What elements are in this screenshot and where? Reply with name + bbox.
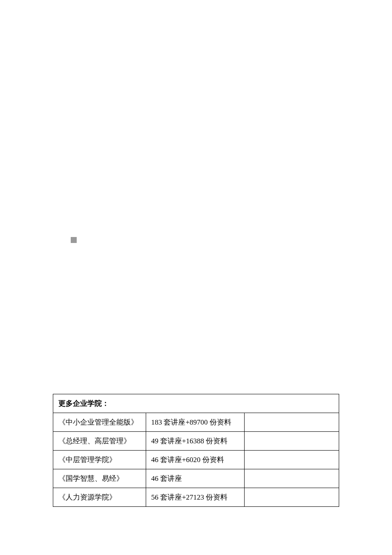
course-name-cell: 《中小企业管理全能版》 (53, 413, 146, 432)
course-detail-cell: 183 套讲座+89700 份资料 (146, 413, 245, 432)
square-bullet-icon (71, 237, 77, 243)
course-name-cell: 《人力资源学院》 (53, 488, 146, 507)
table-row: 《国学智慧、易经》 46 套讲座 (53, 469, 339, 488)
course-detail-cell: 46 套讲座+6020 份资料 (146, 451, 245, 469)
course-detail-cell: 49 套讲座+16388 份资料 (146, 432, 245, 451)
course-name-cell: 《总经理、高层管理》 (53, 432, 146, 451)
table-row: 《中小企业管理全能版》 183 套讲座+89700 份资料 (53, 413, 339, 432)
course-extra-cell (245, 469, 339, 488)
table-header-cell: 更多企业学院： (53, 394, 339, 413)
course-name-cell: 《中层管理学院》 (53, 451, 146, 469)
course-table-container: 更多企业学院： 《中小企业管理全能版》 183 套讲座+89700 份资料 《总… (53, 394, 339, 507)
table-row: 《人力资源学院》 56 套讲座+27123 份资料 (53, 488, 339, 507)
course-extra-cell (245, 451, 339, 469)
course-detail-cell: 46 套讲座 (146, 469, 245, 488)
course-extra-cell (245, 488, 339, 507)
table-row: 《总经理、高层管理》 49 套讲座+16388 份资料 (53, 432, 339, 451)
course-extra-cell (245, 413, 339, 432)
course-name-cell: 《国学智慧、易经》 (53, 469, 146, 488)
course-extra-cell (245, 432, 339, 451)
course-detail-cell: 56 套讲座+27123 份资料 (146, 488, 245, 507)
table-row: 《中层管理学院》 46 套讲座+6020 份资料 (53, 451, 339, 469)
course-table: 更多企业学院： 《中小企业管理全能版》 183 套讲座+89700 份资料 《总… (53, 394, 339, 507)
table-header-row: 更多企业学院： (53, 394, 339, 413)
